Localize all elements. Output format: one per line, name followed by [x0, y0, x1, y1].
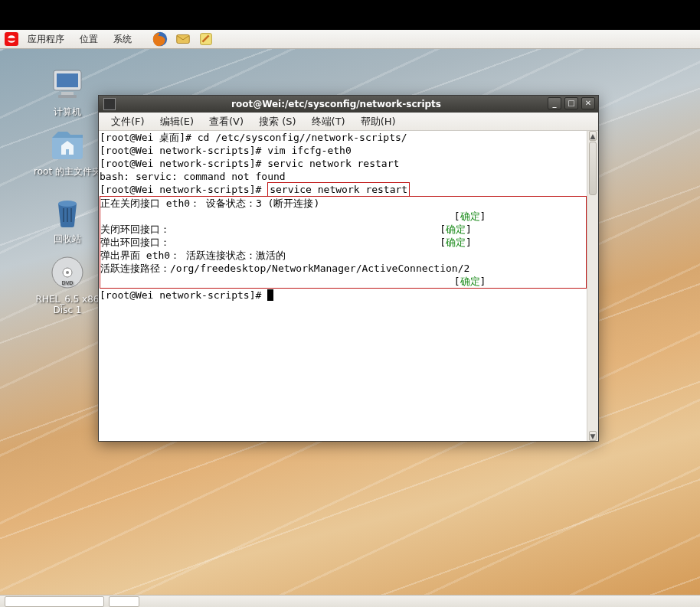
gnome-top-panel[interactable]: 应用程序 位置 系统 — [0, 30, 700, 49]
terminal-line: 活跃连接路径：/org/freedesktop/NetworkManager/A… — [100, 262, 586, 275]
svg-rect-5 — [61, 92, 74, 95]
menu-file[interactable]: 文件(F) — [103, 113, 152, 131]
desktop[interactable]: 计算机 root 的主文件夹 回收站 DVD RHEL_6.5 x86 Disc… — [0, 49, 700, 595]
terminal-line: [确定] — [100, 275, 586, 288]
desktop-icon-home[interactable]: root 的主文件夹 — [29, 126, 106, 178]
scrollbar-down-arrow[interactable]: ▼ — [589, 431, 597, 441]
desktop-icon-label: Disc 1 — [29, 305, 106, 315]
status-ok: 确定 — [460, 276, 480, 287]
desktop-icon-label: 回收站 — [29, 233, 106, 246]
terminal-line: bash: servic: command not found — [100, 170, 587, 183]
terminal-prompt: [root@Wei network-scripts]# — [100, 289, 587, 302]
svg-rect-10 — [70, 208, 72, 222]
firefox-icon[interactable] — [152, 31, 168, 47]
terminal-line: [确定] — [100, 210, 586, 223]
evolution-icon[interactable] — [175, 31, 191, 47]
desktop-icon-trash[interactable]: 回收站 — [29, 193, 106, 246]
window-titlebar[interactable]: root@Wei:/etc/sysconfig/network-scripts … — [99, 96, 598, 113]
gnome-bottom-panel[interactable] — [0, 595, 700, 607]
terminal-line: 弹出界面 eth0： 活跃连接状态：激活的 — [100, 249, 586, 262]
highlighted-command: service network restart — [267, 182, 410, 197]
status-ok: 确定 — [446, 237, 466, 248]
terminal-line: 弹出环回接口： [确定] — [100, 236, 586, 249]
scrollbar-thumb[interactable] — [589, 142, 597, 195]
menu-terminal[interactable]: 终端(T) — [304, 113, 353, 131]
window-minimize-button[interactable]: _ — [548, 97, 561, 109]
terminal-window[interactable]: root@Wei:/etc/sysconfig/network-scripts … — [98, 95, 599, 442]
terminal-cursor — [267, 289, 273, 301]
terminal-line: [root@Wei network-scripts]# service netw… — [100, 183, 587, 196]
menu-view[interactable]: 查看(V) — [201, 113, 251, 131]
menu-system[interactable]: 系统 — [107, 31, 138, 48]
distro-icon — [5, 32, 18, 46]
vm-black-bar — [0, 0, 700, 30]
taskbar-button[interactable] — [5, 596, 104, 607]
terminal-output[interactable]: [root@Wei 桌面]# cd /etc/sysconfig//networ… — [99, 131, 587, 441]
terminal-line: [root@Wei network-scripts]# vim ifcfg-et… — [100, 144, 587, 157]
svg-text:DVD: DVD — [62, 280, 74, 286]
window-maximize-button[interactable]: □ — [564, 97, 578, 109]
svg-rect-4 — [57, 73, 78, 87]
menu-edit[interactable]: 编辑(E) — [152, 113, 201, 131]
menu-help[interactable]: 帮助(H) — [353, 113, 404, 131]
terminal-line: 关闭环回接口： [确定] — [100, 223, 586, 236]
menu-places[interactable]: 位置 — [74, 31, 104, 48]
desktop-icon-label: 计算机 — [29, 106, 106, 119]
status-ok: 确定 — [460, 210, 480, 222]
status-ok: 确定 — [446, 224, 466, 235]
trash-icon — [49, 193, 86, 230]
svg-rect-9 — [67, 208, 68, 222]
svg-point-13 — [66, 271, 69, 274]
gedit-icon[interactable] — [198, 31, 214, 47]
computer-icon — [49, 66, 86, 103]
svg-rect-6 — [58, 95, 77, 98]
desktop-icon-dvd[interactable]: DVD RHEL_6.5 x86 Disc 1 — [29, 254, 106, 315]
window-close-button[interactable]: ✕ — [581, 97, 595, 109]
svg-rect-1 — [177, 35, 190, 44]
desktop-icon-computer[interactable]: 计算机 — [29, 66, 106, 119]
terminal-menubar[interactable]: 文件(F) 编辑(E) 查看(V) 搜索 (S) 终端(T) 帮助(H) — [99, 113, 598, 131]
svg-point-7 — [58, 201, 77, 207]
taskbar-button[interactable] — [109, 596, 139, 607]
svg-rect-8 — [63, 208, 64, 222]
window-title: root@Wei:/etc/sysconfig/network-scripts — [120, 99, 598, 109]
desktop-icon-label: RHEL_6.5 x86 — [29, 294, 106, 305]
menu-applications[interactable]: 应用程序 — [21, 31, 70, 48]
menu-search[interactable]: 搜索 (S) — [251, 113, 304, 131]
terminal-line: [root@Wei network-scripts]# servic netwo… — [100, 157, 587, 170]
scrollbar-up-arrow[interactable]: ▲ — [589, 131, 597, 141]
home-folder-icon — [49, 126, 86, 162]
terminal-line: 正在关闭接口 eth0： 设备状态：3 (断开连接) — [100, 197, 586, 210]
dvd-icon: DVD — [49, 254, 86, 291]
terminal-scrollbar[interactable]: ▲ ▼ — [587, 131, 598, 441]
terminal-line: [root@Wei 桌面]# cd /etc/sysconfig//networ… — [100, 131, 587, 144]
output-highlight-box: 正在关闭接口 eth0： 设备状态：3 (断开连接) [确定]关闭环回接口： [… — [100, 196, 587, 289]
desktop-icon-label: root 的主文件夹 — [29, 165, 106, 178]
terminal-app-icon — [103, 98, 116, 110]
